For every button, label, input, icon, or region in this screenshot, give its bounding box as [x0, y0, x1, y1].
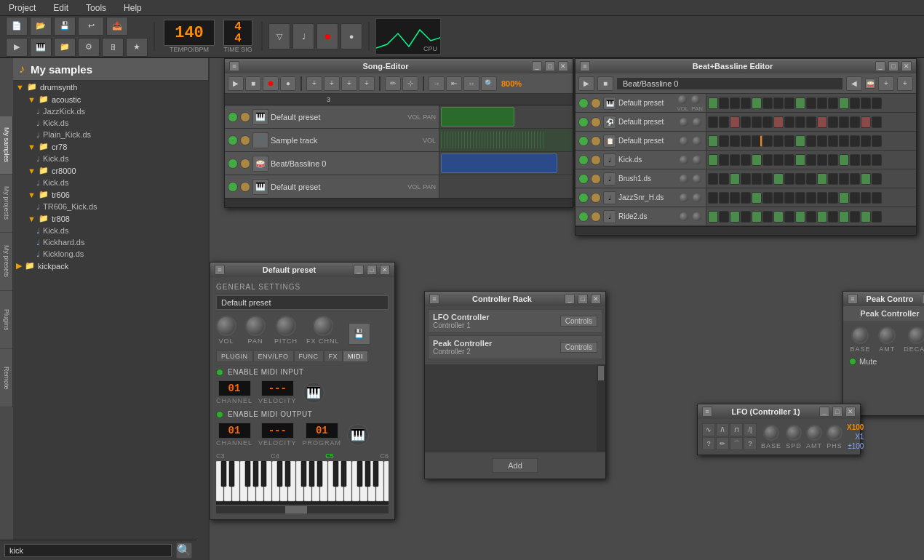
play-btn[interactable]: ▶: [6, 38, 28, 57]
track-area-4[interactable]: [439, 175, 573, 198]
beat-pad[interactable]: [861, 97, 871, 109]
beat-pad[interactable]: [762, 192, 773, 204]
beat-pad[interactable]: [784, 211, 794, 223]
beat-pad[interactable]: [861, 211, 871, 223]
beat-pad[interactable]: [839, 97, 849, 109]
beat-pad[interactable]: [784, 173, 794, 185]
vscroll-thumb[interactable]: [598, 366, 604, 380]
peak-controller-menu-btn[interactable]: ≡: [848, 294, 858, 304]
vtab-presets[interactable]: My presets: [0, 233, 12, 291]
tempo-display[interactable]: 140: [164, 20, 215, 46]
lfo-spd-knob[interactable]: [786, 425, 802, 441]
beat-pad[interactable]: [817, 192, 827, 204]
preset-min-btn[interactable]: _: [354, 265, 364, 275]
beat-pan-knob-1[interactable]: [690, 94, 701, 105]
peak-mute-led[interactable]: [849, 358, 856, 365]
preset-menu-btn[interactable]: ≡: [215, 265, 225, 275]
beat-pad[interactable]: [762, 154, 773, 166]
lfo-saw-btn[interactable]: /|: [744, 423, 757, 436]
beat-pad[interactable]: [872, 116, 882, 128]
beat-mute-ride[interactable]: [578, 212, 589, 222]
controller-rack-max-btn[interactable]: □: [578, 294, 588, 304]
beat-mute-brush[interactable]: [578, 174, 589, 184]
beat-pad[interactable]: [806, 173, 816, 185]
beat-pad[interactable]: [719, 135, 729, 147]
open-btn[interactable]: 📂: [30, 17, 52, 36]
song-editor-menu-btn[interactable]: ≡: [229, 61, 239, 71]
beat-pad[interactable]: [839, 173, 849, 185]
vtab-projects[interactable]: My projects: [0, 175, 12, 233]
beat-pad[interactable]: [850, 211, 860, 223]
midi-out-channel-display[interactable]: 01: [218, 423, 251, 439]
controller-rack-menu-btn[interactable]: ≡: [429, 294, 439, 304]
track-mute-3[interactable]: [228, 159, 238, 169]
beat-pad[interactable]: [719, 97, 729, 109]
midi-channel-display[interactable]: 01: [218, 380, 251, 396]
beat-pad[interactable]: [741, 154, 751, 166]
beat-editor-menu-btn[interactable]: ≡: [580, 61, 590, 71]
lfo-triangle-btn[interactable]: /\: [716, 423, 729, 436]
beat-pan-knob-ride[interactable]: [691, 211, 703, 223]
beat-pad[interactable]: [817, 97, 827, 109]
new-btn[interactable]: 📄: [6, 17, 28, 36]
peak-decay-knob[interactable]: [908, 327, 924, 344]
beat-pad[interactable]: [708, 173, 718, 185]
vtab-plugins[interactable]: Plugins: [0, 291, 12, 349]
beat-pad[interactable]: [752, 173, 762, 185]
beat-pad[interactable]: [762, 211, 773, 223]
midi-velocity-display[interactable]: ---: [261, 380, 294, 396]
menu-edit[interactable]: Edit: [50, 1, 71, 15]
beat-pad[interactable]: [872, 192, 882, 204]
se-select-btn[interactable]: ⊹: [402, 76, 418, 91]
controller-rack-min-btn[interactable]: _: [565, 294, 575, 304]
beat-pad[interactable]: [795, 211, 805, 223]
rec2-btn[interactable]: ●: [340, 23, 362, 49]
lfo-controls-btn[interactable]: Controls: [560, 316, 597, 327]
lfo-square-btn[interactable]: ⊓: [730, 423, 743, 436]
midi-out-velocity-display[interactable]: ---: [261, 423, 294, 439]
beat-pad[interactable]: [784, 116, 794, 128]
beat-pad[interactable]: [806, 192, 816, 204]
beat-solo-brush[interactable]: [591, 174, 601, 184]
lfo-base-knob[interactable]: [763, 425, 779, 441]
folder-btn[interactable]: 📁: [54, 38, 76, 57]
lfo-env-btn[interactable]: ⌒: [730, 437, 743, 450]
beat-pad[interactable]: [730, 154, 740, 166]
beat-pad[interactable]: [828, 192, 838, 204]
track-solo-4[interactable]: [240, 182, 250, 192]
beat-pad[interactable]: [719, 192, 729, 204]
se-pencil-btn[interactable]: ✏: [385, 76, 401, 91]
beat-pad[interactable]: [850, 173, 860, 185]
beat-solo-2[interactable]: [591, 117, 601, 127]
beat-pad[interactable]: [784, 154, 794, 166]
controller-rack-close-btn[interactable]: ✕: [591, 294, 601, 304]
rec-btn[interactable]: ⏺: [316, 23, 338, 49]
beat-pad[interactable]: [850, 135, 860, 147]
beat-pad[interactable]: [817, 173, 827, 185]
beat-vol-knob-snr[interactable]: [678, 192, 690, 204]
beat-pad[interactable]: [839, 135, 849, 147]
metro-btn[interactable]: ♩: [292, 23, 314, 49]
beat-pad[interactable]: [719, 211, 729, 223]
beat-pad[interactable]: [861, 192, 871, 204]
tree-tr808[interactable]: ▼ 📁 tr808: [13, 212, 208, 225]
beat-pad[interactable]: [708, 116, 718, 128]
controller-rack-vscroll[interactable]: [597, 364, 605, 452]
beat-pad[interactable]: [872, 97, 882, 109]
lfo-phs-knob[interactable]: [827, 425, 843, 441]
piano-scroll-thumb[interactable]: [285, 506, 307, 513]
piano-keyboard[interactable]: [216, 461, 389, 505]
tree-tr606-kick[interactable]: ♩ TR606_Kick.ds: [13, 201, 208, 212]
beat-pan-knob-brush[interactable]: [691, 173, 703, 185]
beat-vol-knob-2[interactable]: [678, 116, 690, 128]
pan-knob[interactable]: [245, 316, 266, 336]
add-controller-btn[interactable]: Add: [493, 458, 538, 473]
se-rec-btn[interactable]: ⏺: [263, 76, 279, 91]
lfo-controller-titlebar[interactable]: ≡ LFO (Controller 1) _ □ ✕: [698, 404, 860, 419]
se-nav-btn[interactable]: →: [429, 76, 445, 91]
beat-pad[interactable]: [784, 135, 794, 147]
beat-pad[interactable]: [839, 116, 849, 128]
beat-pad[interactable]: [730, 192, 740, 204]
beat-pad[interactable]: [762, 116, 773, 128]
song-editor-close-btn[interactable]: ✕: [558, 61, 568, 71]
